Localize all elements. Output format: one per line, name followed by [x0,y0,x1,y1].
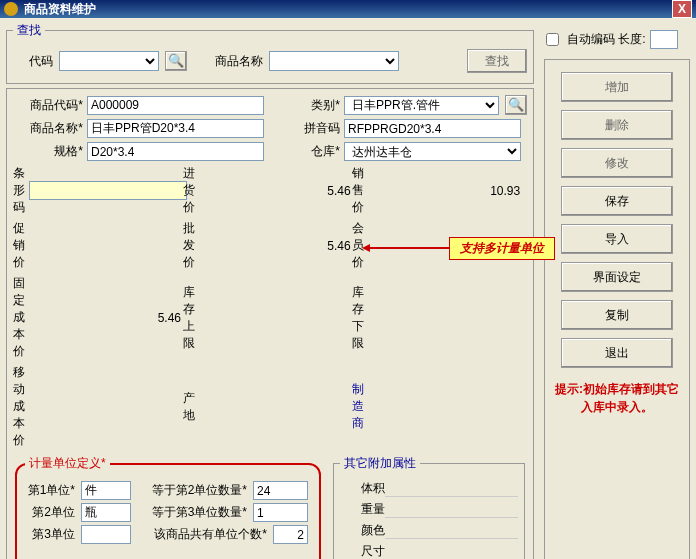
weight-value [385,500,518,518]
promo-value [29,238,183,254]
search-code-combo[interactable] [59,51,159,71]
hint-text: 提示:初始库存请到其它 入库中录入。 [549,380,685,416]
code-input[interactable] [87,96,264,115]
search-panel: 查找 代码 🔍 商品名称 查找 [6,22,534,84]
exit-button[interactable]: 退出 [561,338,673,368]
unit-def-legend: 计量单位定义* [25,455,110,472]
uiset-button[interactable]: 界面设定 [561,262,673,292]
origin-label: 产地 [183,390,195,424]
unit1-label: 第1单位* [25,482,75,499]
color-label: 颜色 [340,522,385,539]
stockdown-value [368,310,522,326]
search-name-label: 商品名称 [193,53,263,70]
autocode-label: 自动编码 长度: [567,31,646,48]
spec-input[interactable] [87,142,264,161]
fixcost-value [29,310,183,326]
store-label: 仓库* [270,143,340,160]
unit1-input[interactable] [81,481,131,500]
code-label: 商品代码* [13,97,83,114]
origin-value [199,399,353,415]
spec-label: 规格* [13,143,83,160]
barcode-input[interactable] [29,181,187,200]
category-label: 类别* [270,97,340,114]
unit2-qty-label: 等于第3单位数量* [137,504,247,521]
copy-button[interactable]: 复制 [561,300,673,330]
unit1-qty-label: 等于第2单位数量* [137,482,247,499]
pinyin-label: 拼音码 [270,120,340,137]
unit2-label: 第2单位 [25,504,75,521]
unit1-qty-input[interactable] [253,481,308,500]
volume-value [385,479,518,497]
search-name-combo[interactable] [269,51,399,71]
unit2-input[interactable] [81,503,131,522]
size-value [385,542,518,559]
delete-button[interactable]: 删除 [561,110,673,140]
saleprice-value [368,183,522,199]
pinyin-input[interactable] [344,119,521,138]
fixcost-label: 固定成本价 [13,275,25,360]
extra-attr-panel: 其它附加属性 体积 重量 颜色 尺寸 款式 [333,455,525,559]
callout-label: 支持多计量单位 [449,237,555,260]
close-button[interactable]: X [672,0,692,18]
barcode-label: 条形码 [13,165,25,216]
stockup-value [199,310,353,326]
volume-label: 体积 [340,480,385,497]
promo-label: 促销价 [13,220,25,271]
import-button[interactable]: 导入 [561,224,673,254]
save-button[interactable]: 保存 [561,186,673,216]
color-value [385,521,518,539]
movecost-label: 移动成本价 [13,364,25,449]
window-title: 商品资料维护 [24,1,672,18]
inprice-value [199,183,353,199]
category-lookup-icon[interactable]: 🔍 [505,95,527,115]
maker-label: 制造商 [352,381,364,432]
store-select[interactable]: 达州达丰仓 [344,142,521,161]
wholesale-label: 批发价 [183,220,195,271]
size-label: 尺寸 [340,543,385,560]
unit-def-panel: 计量单位定义* 第1单位* 等于第2单位数量* 第2单位 等于第3单位数量* [15,455,321,559]
app-icon [4,2,18,16]
unit-count-label: 该商品共有单位个数* [137,526,267,543]
search-legend: 查找 [13,22,45,39]
autocode-checkbox[interactable] [546,33,559,46]
unit3-input[interactable] [81,525,131,544]
unit-count-input[interactable] [273,525,308,544]
movecost-value [29,399,183,415]
weight-label: 重量 [340,501,385,518]
stockup-label: 库存上限 [183,284,195,352]
modify-button[interactable]: 修改 [561,148,673,178]
search-button[interactable]: 查找 [467,49,527,73]
stockdown-label: 库存下限 [352,284,364,352]
autocode-length-input[interactable] [650,30,678,49]
saleprice-label: 销售价 [352,165,364,216]
wholesale-value [199,238,353,254]
product-form: 商品代码* 类别*日丰PPR管.管件🔍 商品名称* 拼音码 规格* 仓库*达州达… [6,88,534,559]
add-button[interactable]: 增加 [561,72,673,102]
search-code-label: 代码 [13,53,53,70]
name-label: 商品名称* [13,120,83,137]
search-code-lookup-icon[interactable]: 🔍 [165,51,187,71]
unit3-label: 第3单位 [25,526,75,543]
extra-attr-legend: 其它附加属性 [340,455,420,472]
maker-value [368,399,522,415]
inprice-label: 进货价 [183,165,195,216]
unit2-qty-input[interactable] [253,503,308,522]
category-select[interactable]: 日丰PPR管.管件 [344,96,499,115]
name-input[interactable] [87,119,264,138]
